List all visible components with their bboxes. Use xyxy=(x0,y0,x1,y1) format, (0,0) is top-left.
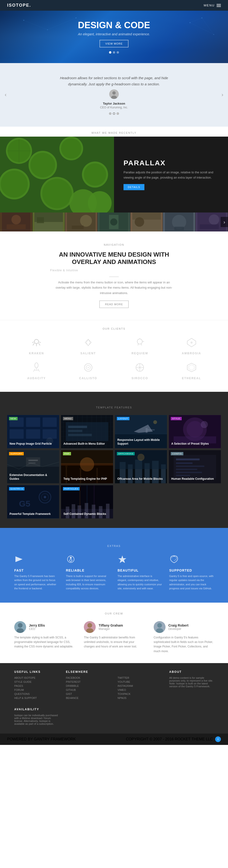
hero-dot-3[interactable] xyxy=(117,51,119,54)
testimonial-prev-arrow[interactable]: ‹ xyxy=(5,92,6,98)
svg-point-22 xyxy=(1,170,28,197)
footer-link-vimeo[interactable]: VIMEO xyxy=(118,688,162,691)
portfolio-thumb-2[interactable] xyxy=(32,213,65,231)
portfolio-feature-title: PARALLAX xyxy=(123,159,219,167)
footer-about-title: ABOUT xyxy=(169,670,214,674)
client-audacity-name: Audacity xyxy=(27,377,46,380)
svg-point-181 xyxy=(156,628,163,633)
extras-grid: FAST The Gantry 5 Framework has been wri… xyxy=(14,555,214,591)
testimonial-section: ‹ Headroom allows for select sections to… xyxy=(0,63,228,127)
portfolio-thumb-3[interactable] xyxy=(65,213,97,231)
footer-link-github[interactable]: GITHUB xyxy=(66,688,111,691)
crew-label: OUR CREW xyxy=(14,612,214,617)
portfolio-details-button[interactable]: DETAILS xyxy=(123,184,144,190)
testimonial-next-arrow[interactable]: › xyxy=(222,92,223,98)
portfolio-thumb-5[interactable] xyxy=(131,213,163,231)
footer-powered-by: POWERED BY GANTRY FRAMEWORK xyxy=(7,737,76,741)
footer-link-gist[interactable]: GIST xyxy=(66,692,111,695)
client-ethereal: ETHEREAL xyxy=(169,362,214,380)
crew-name-jerry: Jerry Ellis xyxy=(29,623,45,627)
svg-point-20 xyxy=(61,138,82,159)
testimonial-author: Taylor Jackson xyxy=(55,102,173,105)
client-audacity-icon xyxy=(31,362,42,375)
feature-badge-config: CONFIG xyxy=(171,452,183,455)
feature-card-offcanvas[interactable]: OFFCANVAS Offcanvas Area for Mobile Bloc… xyxy=(115,450,167,483)
svg-point-26 xyxy=(84,163,106,186)
feature-title-twig: Twig Templating Engine for PHP xyxy=(63,477,111,481)
crew-member-tiffany: Tiffany Graham Manager The Gantry 5 admi… xyxy=(84,621,144,654)
feature-card-preset-styles[interactable]: STYLE A Selection of Preset Styles xyxy=(169,415,221,448)
portfolio-thumb-4[interactable] xyxy=(97,213,130,231)
navigation-read-more-button[interactable]: READ MORE xyxy=(99,301,129,308)
extra-supported-title: SUPPORTED xyxy=(169,568,214,572)
crew-grid: Jerry Ellis CEO The template styling is … xyxy=(14,621,214,654)
feature-card-overlay: NEW New Popup Image Grid Particle xyxy=(7,415,59,448)
testimonial-dot-2[interactable] xyxy=(113,113,115,115)
feature-card-dynamic-blocks[interactable]: PARTICLES Self Contained Dynamic Blocks xyxy=(61,485,113,519)
footer-link-youtube[interactable]: YOUTUBE xyxy=(118,680,162,683)
footer-col-availability: AVAILABILITY Isotope can be individually… xyxy=(14,708,59,726)
svg-point-175 xyxy=(17,628,24,633)
svg-line-10 xyxy=(190,18,202,23)
features-grid: NEW New Popup Image Grid Particle xyxy=(7,415,221,519)
footer-link-pinterest[interactable]: PINTEREST xyxy=(66,680,111,683)
menu-button[interactable]: MENU xyxy=(204,4,221,7)
feature-badge-particles: PARTICLES xyxy=(63,487,80,491)
clients-label: OUR CLIENTS xyxy=(14,327,214,333)
svg-rect-36 xyxy=(37,217,44,223)
client-callisto: Callisto xyxy=(66,362,111,380)
footer-info-button[interactable]: i xyxy=(215,736,221,742)
portfolio-thumb-1[interactable] xyxy=(0,213,32,231)
testimonial-dot-1[interactable] xyxy=(109,113,111,115)
footer-link-help[interactable]: HELP & SUPPORT xyxy=(14,696,59,700)
logo: ISOTOPE. xyxy=(7,3,31,8)
portfolio-thumb-6[interactable] xyxy=(163,213,196,231)
feature-title-popup-grid: New Popup Image Grid Particle xyxy=(9,442,57,446)
footer-link-behance[interactable]: BEHANCE xyxy=(66,696,111,700)
hero-cta-button[interactable]: VIEW MORE xyxy=(99,40,128,48)
hero-dot-2[interactable] xyxy=(113,51,115,54)
footer-link-forum[interactable]: FORUM xyxy=(14,688,59,691)
svg-line-9 xyxy=(202,18,214,35)
client-ambrosia: Ambrosia xyxy=(169,337,214,355)
feature-badge-style: STYLE xyxy=(171,417,182,420)
portfolio-section-label: WHAT WE MADE RECENTLY xyxy=(0,127,228,136)
footer-link-instagram[interactable]: INSTAGRAM xyxy=(118,684,162,687)
footer-link-about-isotope[interactable]: ABOUT ISOTOPE xyxy=(14,676,59,679)
feature-card-template-framework[interactable]: G5 GANTRY 5 Powerful Template Framework xyxy=(7,485,59,519)
footer-link-style-guide[interactable]: STYLE GUIDE xyxy=(14,680,59,683)
portfolio-thumbs-next[interactable]: › xyxy=(221,217,228,227)
footer-link-facebook[interactable]: FACEBOOK xyxy=(66,676,111,679)
footer-link-npmjs[interactable]: NPMJS xyxy=(118,696,162,700)
testimonial-content: Headroom allows for select sections to s… xyxy=(55,75,173,115)
client-requiem: REQUIEM xyxy=(118,337,162,355)
testimonial-dot-3[interactable] xyxy=(117,113,119,115)
feature-card-twig[interactable]: PHP Twig Templating Engine for PHP xyxy=(61,450,113,483)
navigation-title: AN INNOVATIVE MENU DESIGN WITH OVERLAY A… xyxy=(55,251,173,266)
footer-link-twitter[interactable]: TWITTER xyxy=(118,676,162,679)
svg-line-64 xyxy=(141,344,142,345)
footer-availability-text: Isotope can be individually purchased wi… xyxy=(14,714,59,725)
svg-point-174 xyxy=(18,623,23,628)
feature-card-menu-editor[interactable]: MENU Advanced Built-in Menu Editor xyxy=(61,415,113,448)
svg-point-52 xyxy=(34,339,39,344)
footer-link-dribbble[interactable]: DRIBBBLE xyxy=(66,684,111,687)
feature-card-overlay: OFFCANVAS Offcanvas Area for Mobile Bloc… xyxy=(115,450,167,483)
feature-card-documentation[interactable]: SUPPORT Extensive Documentation & Guides xyxy=(7,450,59,483)
footer-link-toxipack[interactable]: TOXIPACK xyxy=(118,692,162,695)
feature-card-responsive[interactable]: LAYOUT Responsive Layout with Mobile Sup… xyxy=(115,415,167,448)
feature-card-overlay: CONFIG Human Readable Configuration xyxy=(169,450,221,483)
portfolio-text: PARALLAX Parallax adjusts the position o… xyxy=(114,136,228,213)
footer-link-questions[interactable]: QUESTIONS xyxy=(14,692,59,695)
feature-card-popup-grid[interactable]: NEW New Popup Image Grid Particle xyxy=(7,415,59,448)
feature-card-human-readable[interactable]: CONFIG Human Readable Configuration xyxy=(169,450,221,483)
footer-link-pages[interactable]: PAGES xyxy=(14,684,59,687)
hero-dot-1[interactable] xyxy=(109,51,111,54)
navigation-label: NAVIGATION xyxy=(5,243,223,249)
site-header: ISOTOPE. MENU xyxy=(0,0,228,11)
client-ethereal-name: ETHEREAL xyxy=(182,377,201,380)
svg-point-67 xyxy=(35,363,38,368)
footer: USEFUL LINKS ABOUT ISOTOPE STYLE GUIDE P… xyxy=(0,663,228,745)
crew-info-tiffany: Tiffany Graham Manager xyxy=(98,623,123,630)
features-section: TEMPLATE FEATURES NEW xyxy=(0,392,228,528)
